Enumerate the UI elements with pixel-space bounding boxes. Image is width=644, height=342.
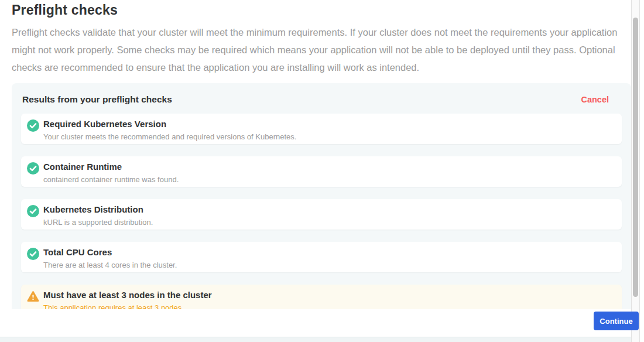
page-title: Preflight checks bbox=[12, 2, 118, 18]
preflight-checks-page: Preflight checks Preflight checks valida… bbox=[0, 0, 644, 342]
check-list: Required Kubernetes Version Your cluster… bbox=[21, 114, 622, 315]
continue-button[interactable]: Continue bbox=[594, 312, 639, 330]
check-text: Container Runtime containerd container r… bbox=[43, 162, 179, 184]
check-circle-icon bbox=[27, 162, 39, 175]
check-title: Kubernetes Distribution bbox=[43, 204, 153, 214]
check-row: Total CPU Cores There are at least 4 cor… bbox=[21, 242, 622, 272]
preflight-results-panel: Results from your preflight checks Cance… bbox=[12, 83, 631, 342]
check-row: Container Runtime containerd container r… bbox=[21, 156, 622, 187]
check-text: Total CPU Cores There are at least 4 cor… bbox=[43, 247, 177, 269]
page-description: Preflight checks validate that your clus… bbox=[12, 23, 623, 76]
warning-triangle-icon bbox=[27, 290, 39, 303]
check-message: containerd container runtime was found. bbox=[43, 175, 179, 184]
check-message: kURL is a supported distribution. bbox=[43, 218, 153, 227]
check-title: Required Kubernetes Version bbox=[43, 119, 296, 129]
check-circle-icon bbox=[27, 248, 39, 260]
check-message: There are at least 4 cores in the cluste… bbox=[43, 261, 177, 269]
check-title: Total CPU Cores bbox=[43, 247, 177, 257]
check-circle-icon bbox=[27, 205, 39, 217]
scrollbar-thumb[interactable] bbox=[633, 18, 638, 297]
scrollbar-track[interactable] bbox=[631, 0, 640, 342]
check-row: Kubernetes Distribution kURL is a suppor… bbox=[21, 199, 622, 230]
check-circle-icon bbox=[27, 119, 39, 132]
footer-bar bbox=[0, 309, 631, 337]
check-title: Must have at least 3 nodes in the cluste… bbox=[43, 290, 212, 300]
check-text: Required Kubernetes Version Your cluster… bbox=[43, 119, 296, 141]
check-message: Your cluster meets the recommended and r… bbox=[43, 132, 296, 141]
bottom-strip bbox=[0, 337, 631, 342]
panel-header: Results from your preflight checks Cance… bbox=[12, 83, 631, 107]
check-text: Kubernetes Distribution kURL is a suppor… bbox=[43, 204, 153, 227]
check-row: Required Kubernetes Version Your cluster… bbox=[21, 114, 622, 144]
cancel-link[interactable]: Cancel bbox=[581, 95, 609, 104]
panel-heading: Results from your preflight checks bbox=[22, 94, 172, 105]
check-title: Container Runtime bbox=[43, 162, 179, 172]
